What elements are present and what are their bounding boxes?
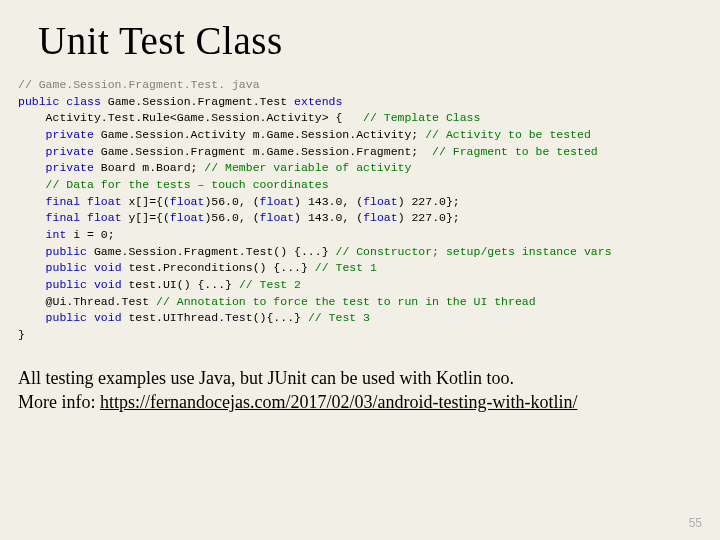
code-text xyxy=(80,211,87,224)
code-comment: // Member variable of activity xyxy=(204,161,411,174)
footer-line1: All testing examples use Java, but JUnit… xyxy=(18,368,514,388)
code-text xyxy=(18,278,46,291)
code-keyword: float xyxy=(363,211,398,224)
code-keyword: void xyxy=(94,278,122,291)
code-comment: // Annotation to force the test to run i… xyxy=(156,295,536,308)
code-text: Game.Session.Fragment.Test xyxy=(101,95,294,108)
code-text xyxy=(18,161,46,174)
code-text xyxy=(18,178,46,191)
code-text: y[]={( xyxy=(122,211,170,224)
code-block: // Game.Session.Fragment.Test. java publ… xyxy=(18,77,692,344)
code-keyword: float xyxy=(260,195,295,208)
code-keyword: public xyxy=(46,311,87,324)
code-comment: // Activity to be tested xyxy=(425,128,591,141)
code-text xyxy=(87,261,94,274)
slide: Unit Test Class // Game.Session.Fragment… xyxy=(0,0,720,540)
code-text: Activity.Test.Rule<Game.Session.Activity… xyxy=(18,111,363,124)
code-comment: // Data for the tests – touch coordinate… xyxy=(46,178,329,191)
code-text xyxy=(18,195,46,208)
code-keyword: private xyxy=(46,161,94,174)
code-comment: // Constructor; setup/gets instance vars xyxy=(335,245,611,258)
code-keyword: extends xyxy=(294,95,342,108)
page-number: 55 xyxy=(689,516,702,530)
code-keyword: final xyxy=(46,211,81,224)
code-keyword: public xyxy=(46,245,87,258)
code-text: )56.0, ( xyxy=(204,195,259,208)
code-text: @Ui.Thread.Test xyxy=(18,295,156,308)
code-keyword: void xyxy=(94,261,122,274)
code-text xyxy=(87,278,94,291)
code-keyword: class xyxy=(66,95,101,108)
code-comment: // Test 3 xyxy=(308,311,370,324)
page-title: Unit Test Class xyxy=(38,18,692,63)
code-text: ) 227.0}; xyxy=(398,195,460,208)
code-keyword: int xyxy=(46,228,67,241)
code-text xyxy=(18,128,46,141)
code-text: Board m.Board; xyxy=(94,161,204,174)
code-text xyxy=(18,245,46,258)
code-text xyxy=(18,145,46,158)
code-keyword: public xyxy=(18,95,59,108)
code-comment: // Test 1 xyxy=(315,261,377,274)
footer-text: All testing examples use Java, but JUnit… xyxy=(18,366,692,415)
code-text: i = 0; xyxy=(66,228,114,241)
code-text xyxy=(80,195,87,208)
code-text: ) 143.0, ( xyxy=(294,211,363,224)
code-keyword: final xyxy=(46,195,81,208)
code-keyword: float xyxy=(260,211,295,224)
code-text: ) 143.0, ( xyxy=(294,195,363,208)
code-text: } xyxy=(18,328,25,341)
code-comment: // Fragment to be tested xyxy=(432,145,598,158)
code-text: ) 227.0}; xyxy=(398,211,460,224)
code-keyword: float xyxy=(87,195,122,208)
code-keyword: void xyxy=(94,311,122,324)
code-text: Game.Session.Fragment m.Game.Session.Fra… xyxy=(94,145,432,158)
code-comment: // Game.Session.Fragment.Test. java xyxy=(18,78,260,91)
code-keyword: float xyxy=(170,211,205,224)
code-text: test.UI() {...} xyxy=(122,278,239,291)
code-keyword: float xyxy=(363,195,398,208)
code-text: Game.Session.Activity m.Game.Session.Act… xyxy=(94,128,425,141)
more-info-link[interactable]: https://fernandocejas.com/2017/02/03/and… xyxy=(100,392,577,412)
code-comment: // Test 2 xyxy=(239,278,301,291)
code-keyword: float xyxy=(170,195,205,208)
code-keyword: public xyxy=(46,278,87,291)
code-keyword: private xyxy=(46,128,94,141)
code-text: Game.Session.Fragment.Test() {...} xyxy=(87,245,335,258)
code-text: test.Preconditions() {...} xyxy=(122,261,315,274)
code-keyword: public xyxy=(46,261,87,274)
code-keyword: private xyxy=(46,145,94,158)
code-text: x[]={( xyxy=(122,195,170,208)
code-text xyxy=(18,261,46,274)
code-text xyxy=(18,311,46,324)
code-text: test.UIThread.Test(){...} xyxy=(122,311,308,324)
code-keyword: float xyxy=(87,211,122,224)
code-text xyxy=(18,228,46,241)
code-text: )56.0, ( xyxy=(204,211,259,224)
code-text xyxy=(18,211,46,224)
code-text xyxy=(87,311,94,324)
code-comment: // Template Class xyxy=(363,111,480,124)
footer-line2-prefix: More info: xyxy=(18,392,100,412)
